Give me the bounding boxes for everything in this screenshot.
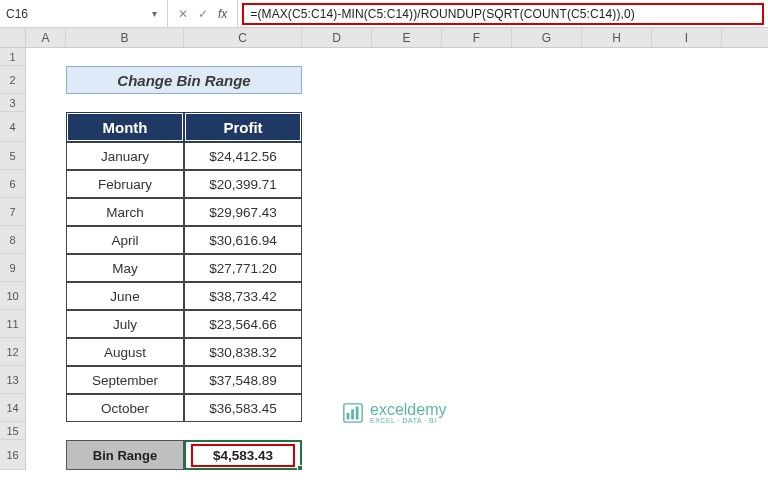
- table-cell[interactable]: $37,548.89: [184, 366, 302, 394]
- table-cell[interactable]: $20,399.71: [184, 170, 302, 198]
- table-cell[interactable]: July: [66, 310, 184, 338]
- column-headers: ABCDEFGHI: [0, 28, 768, 48]
- row-header-10[interactable]: 10: [0, 282, 26, 310]
- logo-icon: [342, 402, 364, 424]
- table-cell[interactable]: $29,967.43: [184, 198, 302, 226]
- enter-icon[interactable]: ✓: [198, 7, 208, 21]
- table-cell[interactable]: May: [66, 254, 184, 282]
- col-header-C[interactable]: C: [184, 28, 302, 47]
- table-cell[interactable]: March: [66, 198, 184, 226]
- row-header-4[interactable]: 4: [0, 112, 26, 142]
- table-cell[interactable]: October: [66, 394, 184, 422]
- table-header-profit: Profit: [184, 112, 302, 142]
- table-cell[interactable]: $30,616.94: [184, 226, 302, 254]
- svg-rect-2: [351, 409, 354, 419]
- row-header-9[interactable]: 9: [0, 254, 26, 282]
- watermark-tagline: EXCEL · DATA · BI: [370, 417, 446, 424]
- row-header-15[interactable]: 15: [0, 422, 26, 440]
- row-header-1[interactable]: 1: [0, 48, 26, 66]
- table-cell[interactable]: June: [66, 282, 184, 310]
- svg-rect-3: [356, 406, 359, 419]
- formula-text: =(MAX(C5:C14)-MIN(C5:C14))/ROUNDUP(SQRT(…: [250, 7, 635, 21]
- col-header-F[interactable]: F: [442, 28, 512, 47]
- fx-icon[interactable]: fx: [218, 7, 227, 21]
- table-cell[interactable]: February: [66, 170, 184, 198]
- col-header-E[interactable]: E: [372, 28, 442, 47]
- row-header-11[interactable]: 11: [0, 310, 26, 338]
- cancel-icon[interactable]: ✕: [178, 7, 188, 21]
- col-header-B[interactable]: B: [66, 28, 184, 47]
- table-cell[interactable]: $36,583.45: [184, 394, 302, 422]
- page-title: Change Bin Range: [66, 66, 302, 94]
- col-header-G[interactable]: G: [512, 28, 582, 47]
- row-header-5[interactable]: 5: [0, 142, 26, 170]
- table-header-month: Month: [66, 112, 184, 142]
- table-cell[interactable]: $30,838.32: [184, 338, 302, 366]
- formula-bar: C16 ▾ ✕ ✓ fx =(MAX(C5:C14)-MIN(C5:C14))/…: [0, 0, 768, 28]
- row-header-13[interactable]: 13: [0, 366, 26, 394]
- row-header-8[interactable]: 8: [0, 226, 26, 254]
- table-cell[interactable]: September: [66, 366, 184, 394]
- col-header-H[interactable]: H: [582, 28, 652, 47]
- row-header-3[interactable]: 3: [0, 94, 26, 112]
- bin-range-cell[interactable]: $4,583.43: [184, 440, 302, 470]
- name-box-value: C16: [6, 7, 28, 21]
- row-header-2[interactable]: 2: [0, 66, 26, 94]
- select-all-corner[interactable]: [0, 28, 26, 47]
- row-header-7[interactable]: 7: [0, 198, 26, 226]
- watermark: exceldemy EXCEL · DATA · BI: [342, 401, 446, 424]
- chevron-down-icon[interactable]: ▾: [148, 8, 161, 19]
- table-cell[interactable]: $38,733.42: [184, 282, 302, 310]
- svg-rect-1: [347, 413, 350, 419]
- formula-input[interactable]: =(MAX(C5:C14)-MIN(C5:C14))/ROUNDUP(SQRT(…: [242, 3, 764, 25]
- row-header-14[interactable]: 14: [0, 394, 26, 422]
- table-cell[interactable]: August: [66, 338, 184, 366]
- bin-range-label: Bin Range: [66, 440, 184, 470]
- col-header-D[interactable]: D: [302, 28, 372, 47]
- col-header-A[interactable]: A: [26, 28, 66, 47]
- table-cell[interactable]: January: [66, 142, 184, 170]
- row-header-6[interactable]: 6: [0, 170, 26, 198]
- row-headers: 12345678910111213141516: [0, 48, 26, 470]
- table-cell[interactable]: $27,771.20: [184, 254, 302, 282]
- table-cell[interactable]: $23,564.66: [184, 310, 302, 338]
- row-header-16[interactable]: 16: [0, 440, 26, 470]
- bin-range-value: $4,583.43: [191, 444, 295, 467]
- col-header-I[interactable]: I: [652, 28, 722, 47]
- name-box[interactable]: C16 ▾: [0, 0, 168, 27]
- row-header-12[interactable]: 12: [0, 338, 26, 366]
- fill-handle[interactable]: [297, 465, 303, 471]
- table-cell[interactable]: April: [66, 226, 184, 254]
- table-cell[interactable]: $24,412.56: [184, 142, 302, 170]
- formula-bar-buttons: ✕ ✓ fx: [168, 0, 238, 27]
